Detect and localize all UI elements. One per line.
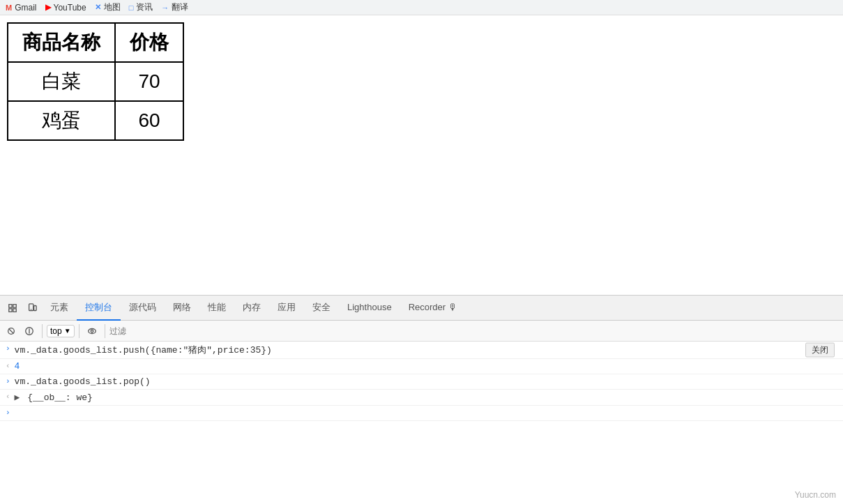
console-output-arrow-4: ‹ <box>6 392 10 401</box>
svg-point-12 <box>91 330 93 333</box>
bookmark-translate[interactable]: → 翻译 <box>161 1 188 13</box>
table-header-price: 价格 <box>115 23 183 62</box>
context-label: top <box>50 326 62 336</box>
tab-memory[interactable]: 内存 <box>234 296 269 321</box>
devtools-tabs: 元素 控制台 源代码 网络 性能 内存 应用 安全 Lighthouse Rec… <box>0 296 843 321</box>
svg-line-8 <box>9 328 14 333</box>
expand-icon[interactable]: ▶ <box>15 392 20 403</box>
table-row: 白菜 70 <box>8 62 183 101</box>
svg-rect-5 <box>34 305 37 310</box>
bookmark-news[interactable]: □ 资讯 <box>129 1 153 13</box>
tab-performance[interactable]: 性能 <box>199 296 234 321</box>
page-content: 商品名称 价格 白菜 70 鸡蛋 60 <box>0 15 843 295</box>
table-cell-price-2: 60 <box>115 101 183 140</box>
inspect-element-button[interactable] <box>3 298 22 318</box>
tab-elements[interactable]: 元素 <box>42 296 77 321</box>
toolbar-divider <box>42 324 43 338</box>
svg-rect-2 <box>9 308 12 311</box>
filter-input[interactable] <box>109 326 165 336</box>
tab-lighthouse[interactable]: Lighthouse <box>339 296 400 321</box>
youtube-icon: ▶ <box>45 3 51 12</box>
table-cell-name-1: 白菜 <box>8 62 115 101</box>
tab-console[interactable]: 控制台 <box>77 296 121 321</box>
preserve-log-button[interactable] <box>21 323 38 339</box>
console-input-arrow-3[interactable]: › <box>6 376 10 385</box>
svg-rect-1 <box>13 304 16 307</box>
console-line-1: › vm._data.goods_list.push({name:"猪肉",pr… <box>0 342 843 359</box>
context-selector[interactable]: top ▼ <box>47 325 75 337</box>
devtools-panel: 元素 控制台 源代码 网络 性能 内存 应用 安全 Lighthouse Rec… <box>0 295 843 504</box>
bookmark-gmail[interactable]: M Gmail <box>6 3 37 13</box>
svg-point-11 <box>88 328 96 333</box>
map-icon: ✕ <box>95 3 101 12</box>
news-icon: □ <box>129 3 134 12</box>
bookmark-label: YouTube <box>54 3 86 13</box>
console-line-4: ‹ ▶ {__ob__: we} <box>0 390 843 406</box>
bookmark-label: 翻译 <box>172 1 188 13</box>
clear-console-button[interactable] <box>3 323 20 339</box>
svg-rect-3 <box>13 308 16 311</box>
toolbar-divider-2 <box>79 324 79 338</box>
tab-recorder[interactable]: Recorder 🎙 <box>400 296 466 321</box>
table-cell-name-2: 鸡蛋 <box>8 101 115 140</box>
console-output-obj-4: ▶ {__ob__: we} <box>15 392 93 403</box>
console-cursor <box>15 408 837 418</box>
bookmark-label: 资讯 <box>136 1 153 13</box>
gmail-icon: M <box>6 3 12 12</box>
bookmarks-bar: M Gmail ▶ YouTube ✕ 地图 □ 资讯 → 翻译 <box>0 0 843 15</box>
console-obj-text: {__ob__: we} <box>27 392 93 403</box>
tab-application[interactable]: 应用 <box>269 296 304 321</box>
console-line-2: ‹ 4 <box>0 359 843 374</box>
console-output-number-2: 4 <box>15 361 20 372</box>
tab-security[interactable]: 安全 <box>304 296 339 321</box>
console-input-line[interactable]: › <box>0 406 843 421</box>
console-prompt-arrow: › <box>6 408 10 417</box>
console-input-text-3: vm._data.goods_list.pop() <box>15 376 837 387</box>
toolbar-divider-3 <box>105 324 105 338</box>
tab-sources[interactable]: 源代码 <box>121 296 165 321</box>
watermark: Yuucn.com <box>795 488 836 501</box>
console-output: › vm._data.goods_list.push({name:"猪肉",pr… <box>0 342 843 504</box>
goods-table: 商品名称 价格 白菜 70 鸡蛋 60 <box>7 22 184 141</box>
console-toolbar: top ▼ <box>0 321 843 342</box>
console-input-arrow-1[interactable]: › <box>6 344 10 353</box>
chevron-down-icon: ▼ <box>64 327 71 335</box>
table-cell-price-1: 70 <box>115 62 183 101</box>
bookmark-label: 地图 <box>104 1 121 13</box>
tab-network[interactable]: 网络 <box>165 296 199 321</box>
translate-icon: → <box>161 3 169 12</box>
svg-rect-0 <box>9 304 12 307</box>
table-row: 鸡蛋 60 <box>8 101 183 140</box>
eye-button[interactable] <box>84 323 100 339</box>
bookmark-map[interactable]: ✕ 地图 <box>95 1 121 13</box>
console-output-arrow-2: ‹ <box>6 361 10 370</box>
bookmark-youtube[interactable]: ▶ YouTube <box>45 3 86 13</box>
bookmark-label: Gmail <box>15 3 36 13</box>
device-toolbar-button[interactable] <box>22 298 42 318</box>
close-button[interactable]: 关闭 <box>805 343 835 358</box>
table-header-name: 商品名称 <box>8 23 115 62</box>
recorder-icon: 🎙 <box>448 302 457 312</box>
console-line-3: › vm._data.goods_list.pop() <box>0 374 843 390</box>
console-input-text-1: vm._data.goods_list.push({name:"猪肉",pric… <box>15 344 837 356</box>
